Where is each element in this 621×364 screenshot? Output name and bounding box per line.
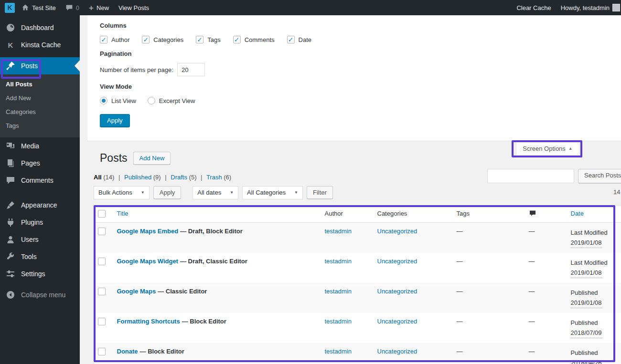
list-view-radio[interactable]: List View bbox=[100, 97, 136, 104]
sidebar-item-categories[interactable]: Categories bbox=[0, 105, 80, 119]
checkbox-checked-icon[interactable] bbox=[233, 36, 241, 43]
pages-icon bbox=[6, 158, 15, 168]
sidebar-item-comments[interactable]: Comments bbox=[0, 172, 80, 189]
filter-drafts[interactable]: Drafts bbox=[171, 174, 187, 181]
checkbox-checked-icon[interactable] bbox=[142, 36, 150, 43]
post-title-link[interactable]: Google Maps bbox=[117, 288, 156, 295]
row-checkbox[interactable] bbox=[98, 288, 106, 295]
sidebar-item-users[interactable]: Users bbox=[0, 231, 80, 248]
page-title: Posts bbox=[100, 152, 128, 165]
excerpt-view-radio[interactable]: Excerpt View bbox=[148, 97, 195, 104]
dates-filter-select[interactable]: All dates ▼ bbox=[193, 186, 238, 199]
sort-date-header[interactable]: Date bbox=[571, 210, 584, 217]
filter-published[interactable]: Published bbox=[124, 174, 151, 181]
sidebar-label-settings: Settings bbox=[21, 270, 45, 278]
category-link[interactable]: Uncategorized bbox=[377, 288, 418, 295]
author-link[interactable]: testadmin bbox=[325, 228, 352, 235]
row-checkbox[interactable] bbox=[98, 258, 106, 265]
search-input[interactable] bbox=[487, 169, 574, 183]
date-status: Last Modified bbox=[571, 258, 621, 268]
checkbox-checked-icon[interactable] bbox=[100, 36, 107, 43]
add-new-button[interactable]: Add New bbox=[133, 152, 171, 165]
comments-menu[interactable]: 0 bbox=[61, 0, 84, 15]
bulk-apply-button[interactable]: Apply bbox=[153, 186, 182, 199]
column-checkbox-tags[interactable]: Tags bbox=[196, 36, 220, 43]
post-title-link[interactable]: Donate bbox=[117, 348, 138, 355]
post-title-link[interactable]: Google Maps Embed bbox=[117, 228, 179, 235]
items-per-page-input[interactable] bbox=[177, 63, 205, 76]
column-checkbox-date[interactable]: Date bbox=[287, 36, 311, 43]
category-link[interactable]: Uncategorized bbox=[377, 318, 418, 325]
category-link[interactable]: Uncategorized bbox=[377, 228, 418, 235]
select-all-checkbox[interactable] bbox=[98, 210, 106, 218]
radio-unselected-icon[interactable] bbox=[148, 97, 155, 104]
clear-cache-button[interactable]: Clear Cache bbox=[512, 0, 556, 15]
checkbox-label: Tags bbox=[207, 36, 220, 43]
sidebar-item-dashboard[interactable]: Dashboard bbox=[0, 19, 80, 36]
sidebar-item-appearance[interactable]: Appearance bbox=[0, 197, 80, 214]
filter-separator: | bbox=[201, 174, 202, 181]
author-link[interactable]: testadmin bbox=[325, 258, 352, 265]
row-checkbox[interactable] bbox=[98, 348, 106, 355]
post-state: — Block Editor bbox=[140, 348, 184, 355]
categories-filter-label: All Categories bbox=[247, 189, 286, 196]
admin-sidebar: Dashboard K Kinsta Cache Posts All Posts… bbox=[0, 15, 80, 364]
filter-separator: | bbox=[118, 174, 120, 181]
tags-value: — bbox=[457, 228, 463, 235]
sidebar-item-media[interactable]: Media bbox=[0, 137, 80, 155]
search-box: Search Posts bbox=[487, 169, 621, 183]
tools-wrench-icon bbox=[6, 252, 15, 261]
site-name-menu[interactable]: Test Site bbox=[17, 0, 61, 15]
filter-button[interactable]: Filter bbox=[307, 186, 333, 199]
bulk-actions-label: Bulk Actions bbox=[98, 189, 132, 196]
settings-sliders-icon bbox=[6, 269, 15, 279]
author-link[interactable]: testadmin bbox=[325, 318, 352, 325]
radio-selected-icon[interactable] bbox=[100, 97, 107, 104]
kinsta-logo-icon[interactable]: K bbox=[5, 3, 15, 13]
new-menu[interactable]: + New bbox=[84, 0, 114, 15]
search-posts-button[interactable]: Search Posts bbox=[578, 169, 621, 183]
author-link[interactable]: testadmin bbox=[325, 288, 352, 295]
sidebar-item-add-new[interactable]: Add New bbox=[0, 91, 80, 105]
screen-options-tab[interactable]: Screen Options ▲ bbox=[516, 141, 579, 156]
sidebar-item-all-posts[interactable]: All Posts bbox=[0, 77, 80, 91]
column-checkbox-author[interactable]: Author bbox=[100, 36, 129, 43]
view-posts-menu[interactable]: View Posts bbox=[114, 0, 154, 15]
radio-label: List View bbox=[111, 97, 136, 104]
howdy-menu[interactable]: Howdy, testadmin bbox=[556, 0, 621, 15]
checkbox-label: Categories bbox=[153, 36, 183, 43]
screen-options-apply-button[interactable]: Apply bbox=[100, 114, 130, 127]
tags-value: — bbox=[457, 258, 463, 265]
sidebar-item-pages[interactable]: Pages bbox=[0, 155, 80, 172]
date-value: 2018/04/26 bbox=[571, 358, 602, 364]
checkbox-label: Comments bbox=[245, 36, 275, 43]
sidebar-item-plugins[interactable]: Plugins bbox=[0, 214, 80, 231]
category-link[interactable]: Uncategorized bbox=[377, 348, 418, 355]
row-checkbox[interactable] bbox=[98, 318, 106, 325]
bulk-actions-select[interactable]: Bulk Actions ▼ bbox=[94, 186, 150, 199]
categories-filter-select[interactable]: All Categories ▼ bbox=[242, 186, 303, 199]
sidebar-item-settings[interactable]: Settings bbox=[0, 265, 80, 282]
column-checkbox-categories[interactable]: Categories bbox=[142, 36, 183, 43]
post-title-link[interactable]: Formatting Shortcuts bbox=[117, 318, 180, 325]
sidebar-item-posts[interactable]: Posts bbox=[0, 57, 80, 74]
row-checkbox[interactable] bbox=[98, 228, 106, 235]
sidebar-item-collapse-menu[interactable]: Collapse menu bbox=[0, 286, 80, 303]
filter-trash[interactable]: Trash bbox=[206, 174, 222, 181]
sidebar-item-tools[interactable]: Tools bbox=[0, 248, 80, 265]
author-link[interactable]: testadmin bbox=[325, 348, 352, 355]
sidebar-item-kinsta-cache[interactable]: K Kinsta Cache bbox=[0, 36, 80, 53]
comments-value: — bbox=[529, 228, 535, 235]
date-status: Published bbox=[571, 348, 621, 358]
sort-title-header[interactable]: Title bbox=[117, 210, 128, 217]
category-link[interactable]: Uncategorized bbox=[377, 258, 418, 265]
checkbox-checked-icon[interactable] bbox=[287, 36, 295, 43]
filter-all[interactable]: All bbox=[94, 174, 102, 181]
chevron-down-icon: ▼ bbox=[141, 190, 145, 195]
comments-value: — bbox=[529, 348, 535, 355]
post-title-link[interactable]: Google Maps Widget bbox=[117, 258, 178, 265]
sidebar-label-collapse: Collapse menu bbox=[21, 291, 65, 299]
checkbox-checked-icon[interactable] bbox=[196, 36, 203, 43]
sidebar-item-tags[interactable]: Tags bbox=[0, 119, 80, 133]
column-checkbox-comments[interactable]: Comments bbox=[233, 36, 275, 43]
